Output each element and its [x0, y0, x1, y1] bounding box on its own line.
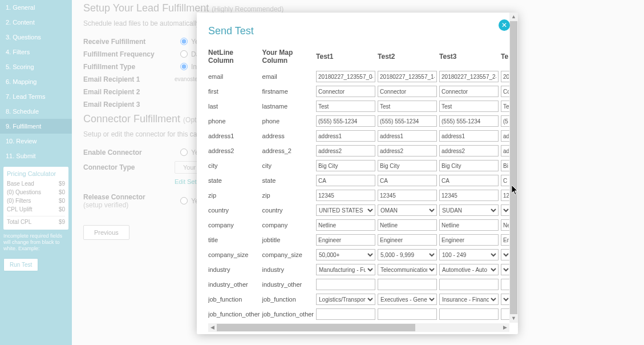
- test-input[interactable]: [378, 71, 437, 82]
- test-select[interactable]: Executives - General: [378, 294, 437, 305]
- test-input[interactable]: [316, 130, 375, 142]
- test-input[interactable]: [316, 145, 375, 157]
- test-input[interactable]: [501, 71, 509, 82]
- test-input[interactable]: [439, 308, 499, 320]
- test-input[interactable]: [501, 160, 509, 171]
- test-input[interactable]: [378, 175, 437, 186]
- test-input[interactable]: [316, 234, 375, 246]
- test-input[interactable]: [439, 101, 499, 112]
- test-value-cell: S: [501, 203, 509, 218]
- test-input[interactable]: [378, 86, 437, 97]
- test-input[interactable]: [439, 86, 499, 97]
- test-input[interactable]: [316, 115, 375, 127]
- test-value-cell: [316, 173, 378, 188]
- test-select[interactable]: [501, 249, 509, 260]
- test-input[interactable]: [439, 115, 499, 127]
- test-select[interactable]: Te: [501, 264, 509, 275]
- test-value-cell: [378, 69, 439, 84]
- test-input[interactable]: [439, 175, 499, 186]
- test-input[interactable]: [501, 234, 509, 246]
- test-input[interactable]: [439, 279, 499, 290]
- map-column-cell: job_function_other: [262, 307, 317, 322]
- test-select[interactable]: Automotive - Auto Pa: [439, 264, 499, 275]
- test-input[interactable]: [439, 130, 499, 142]
- table-row: lastlastname: [208, 99, 509, 114]
- test-input[interactable]: [501, 308, 509, 320]
- test-input[interactable]: [501, 190, 509, 201]
- netline-column-cell: address1: [208, 129, 262, 143]
- test-select[interactable]: SUDAN: [439, 204, 499, 216]
- modal-vertical-scrollbar[interactable]: ▲ ▼: [509, 13, 518, 323]
- test-input[interactable]: [378, 115, 437, 127]
- test-input[interactable]: [501, 130, 509, 142]
- test-select[interactable]: B: [501, 294, 509, 305]
- test-select[interactable]: UNITED STATES: [316, 204, 375, 216]
- test-input[interactable]: [316, 71, 375, 82]
- map-column-cell: job_function: [262, 292, 317, 307]
- test-input[interactable]: [501, 175, 509, 186]
- test-input[interactable]: [378, 279, 437, 290]
- test-value-cell: [501, 114, 509, 129]
- test-input[interactable]: [378, 308, 437, 320]
- test-input[interactable]: [316, 101, 375, 112]
- test-select[interactable]: Logistics/Transportati: [316, 294, 375, 305]
- test-input[interactable]: [378, 190, 437, 201]
- test-value-cell: [316, 158, 378, 173]
- test-input[interactable]: [378, 101, 437, 112]
- test-input[interactable]: [316, 86, 375, 97]
- test-input[interactable]: [501, 145, 509, 157]
- test-input[interactable]: [378, 234, 437, 246]
- test-input[interactable]: [439, 71, 499, 82]
- test-input[interactable]: [439, 219, 499, 231]
- test-select[interactable]: 50,000+: [316, 249, 375, 260]
- test-input[interactable]: [316, 219, 375, 231]
- netline-column-cell: industry_other: [208, 277, 262, 292]
- map-column-cell: job_level: [262, 322, 317, 323]
- table-row: job_function_otherjob_function_other: [208, 307, 509, 322]
- test-input[interactable]: [378, 130, 437, 142]
- test-value-cell: Executive VP: [316, 322, 378, 323]
- netline-column-cell: last: [208, 99, 262, 114]
- test-value-cell: [501, 247, 509, 262]
- test-select[interactable]: S: [501, 204, 509, 216]
- netline-column-cell: state: [208, 173, 262, 188]
- test-select[interactable]: OMAN: [378, 204, 437, 216]
- scroll-right-arrow[interactable]: ▶: [501, 323, 509, 332]
- test-input[interactable]: [439, 190, 499, 201]
- test-input[interactable]: [316, 308, 375, 320]
- netline-column-cell: job_function_other: [208, 307, 262, 322]
- scroll-down-arrow[interactable]: ▼: [509, 314, 518, 323]
- test-input[interactable]: [439, 160, 499, 171]
- horizontal-scroll-thumb[interactable]: [217, 324, 415, 331]
- test-value-cell: [378, 188, 439, 203]
- test-input[interactable]: [316, 190, 375, 201]
- table-row: job_functionjob_functionLogistics/Transp…: [208, 292, 509, 307]
- table-row: companycompany: [208, 218, 509, 232]
- test-select[interactable]: 5,000 - 9,999: [378, 249, 437, 260]
- modal-horizontal-scrollbar[interactable]: ◀ ▶: [208, 323, 509, 332]
- test-input[interactable]: [316, 175, 375, 186]
- test-input[interactable]: [501, 279, 509, 290]
- test-input[interactable]: [378, 219, 437, 231]
- test-input[interactable]: [439, 145, 499, 157]
- test-input[interactable]: [501, 101, 509, 112]
- test-input[interactable]: [501, 86, 509, 97]
- scroll-up-arrow[interactable]: ▲: [509, 13, 518, 21]
- test-input[interactable]: [501, 219, 509, 231]
- test-select[interactable]: 100 - 249: [439, 249, 499, 260]
- test-input[interactable]: [316, 279, 375, 290]
- header-test1: Test1: [316, 47, 378, 69]
- test-value-cell: [316, 69, 378, 84]
- test-value-cell: Individual Contributor: [439, 322, 501, 323]
- test-select[interactable]: Telecommunications -: [378, 264, 437, 275]
- scroll-left-arrow[interactable]: ◀: [208, 323, 217, 332]
- modal-close-button[interactable]: ✕: [499, 19, 510, 31]
- test-input[interactable]: [378, 145, 437, 157]
- test-input[interactable]: [501, 115, 509, 127]
- vertical-scroll-thumb[interactable]: [510, 21, 517, 314]
- test-input[interactable]: [439, 234, 499, 246]
- test-select[interactable]: Insurance - Financial: [439, 294, 499, 305]
- test-input[interactable]: [378, 160, 437, 171]
- test-select[interactable]: Manufacturing - Furni: [316, 264, 375, 275]
- test-input[interactable]: [316, 160, 375, 171]
